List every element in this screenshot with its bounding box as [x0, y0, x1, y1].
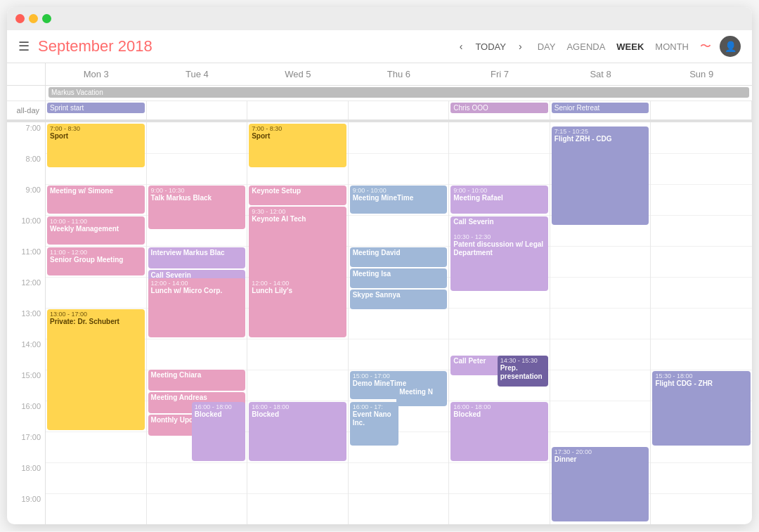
tue-talk-markus[interactable]: 9:00 - 10:30Talk Markus Black [148, 186, 246, 229]
mon-private[interactable]: 13:00 - 17:00Private: Dr. Schubert [47, 309, 145, 430]
sat-flight-zrh-cdg[interactable]: 7:15 - 10:25Flight ZRH - CDG [552, 126, 649, 225]
thu-event-nano[interactable]: 16:00 - 17:Event Nano Inc. [350, 402, 398, 446]
wed-lunch-lily[interactable]: 12:00 - 14:00Lunch Lily's [249, 278, 346, 337]
day-headers: Mon 3 Tue 4 Wed 5 Thu 6 Fri 7 Sat 8 Sun … [7, 63, 752, 86]
maximize-dot[interactable] [42, 14, 51, 23]
view-month[interactable]: MONTH [652, 40, 692, 53]
corner-header [7, 63, 46, 85]
year-label: 2018 [118, 37, 153, 55]
allday-sat: Senior Retreat [550, 101, 651, 119]
time-8: 8:00 [7, 153, 46, 184]
view-options: DAY AGENDA WEEK MONTH [535, 40, 692, 53]
fri-meeting-rafael[interactable]: 9:00 - 10:00Meeting Rafael [450, 186, 548, 214]
thu-meeting-n[interactable]: Meeting N [396, 387, 447, 406]
time-13: 13:00 [7, 308, 46, 339]
calendar-body: Mon 3 Tue 4 Wed 5 Thu 6 Fri 7 Sat 8 Sun … [7, 63, 752, 524]
time-12: 12:00 [7, 277, 46, 308]
view-day[interactable]: DAY [535, 40, 559, 53]
mon-simone[interactable]: Meeting w/ Simone [47, 186, 145, 214]
day-col-tue: 9:00 - 10:30Talk Markus Black Interview … [147, 122, 248, 524]
time-grid: 7:00 8:00 9:00 10:00 11:00 12:00 13:00 1… [7, 122, 752, 524]
time-19: 19:00 [7, 493, 46, 524]
allday-thu [349, 101, 450, 119]
prev-button[interactable]: ‹ [455, 38, 467, 55]
calendar-window: ☰ September 2018 ‹ TODAY › DAY AGENDA WE… [7, 7, 752, 524]
thu-skype-sannya[interactable]: Skype Sannya [350, 290, 448, 309]
tue-meeting-chiara[interactable]: Meeting Chiara [148, 370, 246, 391]
day-col-wed: 7:00 - 8:30Sport Keynote Setup 9:30 - 12… [247, 122, 349, 524]
sprint-event[interactable]: Sprint start [47, 103, 145, 113]
tue-blocked[interactable]: 16:00 - 18:00Blocked [192, 402, 245, 461]
day-header-mon: Mon 3 [46, 63, 147, 85]
time-18: 18:00 [7, 462, 46, 493]
day-header-sat: Sat 8 [550, 63, 651, 85]
close-dot[interactable] [15, 14, 25, 23]
chart-icon[interactable]: 〜 [700, 39, 711, 54]
fri-prep-presentation[interactable]: 14:30 - 15:30Prep. presentation [498, 356, 548, 387]
time-7: 7:00 [7, 122, 46, 153]
allday-wed [247, 101, 349, 119]
thu-meeting-david[interactable]: Meeting David [350, 247, 448, 267]
mon-weekly[interactable]: 10:00 - 11:00Weekly Management [47, 216, 145, 245]
nav-arrows: ‹ TODAY › [455, 38, 526, 55]
day-header-fri: Fri 7 [449, 63, 550, 85]
day-col-mon: 7:00 - 8:30Sport Meeting w/ Simone 10:00… [46, 122, 147, 524]
allday-row: all-day Sprint start Chris OOO Senior Re… [7, 101, 752, 121]
mon-senior-group[interactable]: 11:00 - 12:00Senior Group Meeting [47, 247, 145, 275]
allday-mon: Sprint start [46, 101, 147, 119]
day-header-wed: Wed 5 [247, 63, 349, 85]
calendar-header: ☰ September 2018 ‹ TODAY › DAY AGENDA WE… [7, 30, 752, 63]
today-button[interactable]: TODAY [469, 39, 512, 55]
wed-sport[interactable]: 7:00 - 8:30Sport [249, 124, 346, 167]
next-button[interactable]: › [514, 38, 526, 55]
day-header-thu: Thu 6 [349, 63, 450, 85]
thu-meeting-isa[interactable]: Meeting Isa [350, 268, 448, 288]
titlebar [7, 7, 752, 30]
menu-icon[interactable]: ☰ [18, 39, 30, 54]
wed-keynote-setup[interactable]: Keynote Setup [249, 186, 346, 205]
chrisooo-event[interactable]: Chris OOO [450, 103, 548, 113]
mon-sport[interactable]: 7:00 - 8:30Sport [47, 124, 145, 167]
day-col-sat: 7:15 - 10:25Flight ZRH - CDG 17:30 - 20:… [550, 122, 651, 524]
time-grid-scroll[interactable]: 7:00 8:00 9:00 10:00 11:00 12:00 13:00 1… [7, 122, 752, 524]
time-15: 15:00 [7, 370, 46, 401]
sat-dinner[interactable]: 17:30 - 20:00Dinner [552, 447, 649, 521]
minimize-dot[interactable] [29, 14, 38, 23]
senior-retreat-event[interactable]: Senior Retreat [552, 103, 649, 113]
time-16: 16:00 [7, 401, 46, 432]
view-week[interactable]: WEEK [614, 40, 647, 53]
time-17: 17:00 [7, 432, 46, 462]
sun-flight-cdg-zrh[interactable]: 15:30 - 18:00Flight CDG - ZHR [652, 371, 751, 446]
allday-tue [147, 101, 248, 119]
day-col-sun: 15:30 - 18:00Flight CDG - ZHR [651, 122, 752, 524]
time-9: 9:00 [7, 184, 46, 215]
allday-fri: Chris OOO [449, 101, 550, 119]
wed-keynote-ai[interactable]: 9:30 - 12:00Keynote AI Tech [249, 207, 346, 283]
avatar[interactable]: 👤 [720, 36, 741, 57]
vacation-event[interactable]: Markus Vacation [48, 87, 749, 98]
time-10: 10:00 [7, 215, 46, 246]
day-header-sun: Sun 9 [651, 63, 752, 85]
thu-meeting-minetime[interactable]: 9:00 - 10:00Meeting MineTime [350, 186, 448, 214]
tue-lunch-micro[interactable]: 12:00 - 14:00Lunch w/ Micro Corp. [148, 278, 246, 337]
fri-blocked[interactable]: 16:00 - 18:00Blocked [450, 402, 548, 461]
tue-interview[interactable]: Interview Markus Blac [148, 247, 246, 268]
month-title: September 2018 [38, 37, 153, 56]
month-label: September [38, 37, 114, 55]
fri-patent[interactable]: 10:30 - 12:30Patent discussion w/ Legal … [450, 232, 548, 291]
allday-sun [651, 101, 752, 119]
view-agenda[interactable]: AGENDA [564, 40, 608, 53]
allday-label: all-day [7, 101, 46, 119]
day-col-fri: 9:00 - 10:00Meeting Rafael Call Severin … [449, 122, 550, 524]
wed-blocked[interactable]: 16:00 - 18:00Blocked [249, 402, 346, 461]
day-header-tue: Tue 4 [147, 63, 248, 85]
day-col-thu: 9:00 - 10:00Meeting MineTime Meeting Dav… [349, 122, 450, 524]
time-column: 7:00 8:00 9:00 10:00 11:00 12:00 13:00 1… [7, 122, 46, 524]
time-11: 11:00 [7, 246, 46, 277]
time-14: 14:00 [7, 339, 46, 370]
